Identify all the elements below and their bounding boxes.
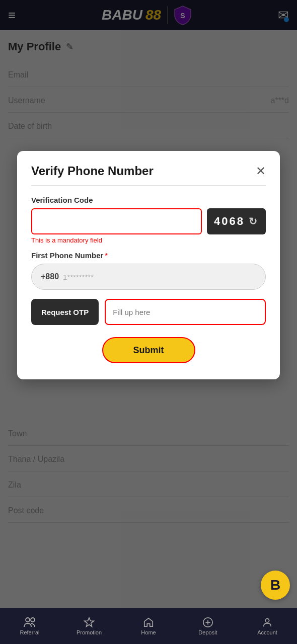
deposit-icon: [202, 617, 214, 628]
svg-point-2: [31, 618, 35, 622]
captcha-box[interactable]: 4068 ↻: [207, 208, 266, 234]
nav-item-promotion[interactable]: Promotion: [59, 617, 119, 635]
promotion-label: Promotion: [77, 629, 102, 635]
verification-code-field: Verification Code 4068 ↻ This is a manda…: [31, 196, 266, 244]
refresh-icon: ↻: [249, 215, 259, 227]
account-icon: [261, 617, 273, 628]
modal-divider: [31, 185, 266, 186]
float-b-button[interactable]: B: [261, 571, 290, 600]
nav-item-home[interactable]: Home: [119, 617, 178, 635]
submit-button[interactable]: Submit: [102, 337, 195, 363]
modal-close-button[interactable]: ✕: [256, 165, 266, 177]
otp-row: Request OTP: [31, 299, 266, 325]
verification-input-row: 4068 ↻: [31, 208, 266, 234]
submit-row: Submit: [31, 337, 266, 363]
phone-number-value: 1*********: [63, 273, 94, 281]
modal-overlay: Verify Phone Number ✕ Verification Code …: [0, 0, 297, 644]
referral-icon: [24, 617, 36, 628]
verify-phone-modal: Verify Phone Number ✕ Verification Code …: [17, 151, 280, 379]
phone-label-row: First Phone Number *: [31, 251, 266, 260]
nav-item-deposit[interactable]: Deposit: [178, 617, 238, 635]
modal-title: Verify Phone Number: [31, 164, 154, 178]
modal-title-row: Verify Phone Number ✕: [31, 164, 266, 178]
phone-label: First Phone Number: [31, 251, 103, 260]
captcha-value: 4068: [214, 215, 245, 228]
request-otp-button[interactable]: Request OTP: [31, 299, 99, 325]
verification-code-label: Verification Code: [31, 196, 266, 204]
phone-input-wrapper[interactable]: +880 1*********: [31, 264, 266, 290]
svg-point-1: [26, 618, 30, 622]
account-label: Account: [257, 629, 277, 635]
nav-item-referral[interactable]: Referral: [0, 617, 59, 635]
home-label: Home: [141, 629, 156, 635]
phone-prefix: +880: [41, 272, 59, 281]
verification-code-input[interactable]: [31, 208, 202, 234]
promotion-icon: [83, 617, 95, 628]
svg-point-6: [265, 618, 269, 622]
deposit-label: Deposit: [198, 629, 217, 635]
bottom-nav: Referral Promotion Home Deposit Account: [0, 608, 297, 644]
phone-number-field: First Phone Number * +880 1*********: [31, 251, 266, 290]
referral-label: Referral: [20, 629, 39, 635]
home-icon: [142, 617, 155, 628]
error-text: This is a mandatory field: [31, 236, 266, 244]
nav-item-account[interactable]: Account: [238, 617, 297, 635]
otp-fill-input[interactable]: [105, 299, 266, 325]
phone-required-mark: *: [105, 251, 108, 260]
